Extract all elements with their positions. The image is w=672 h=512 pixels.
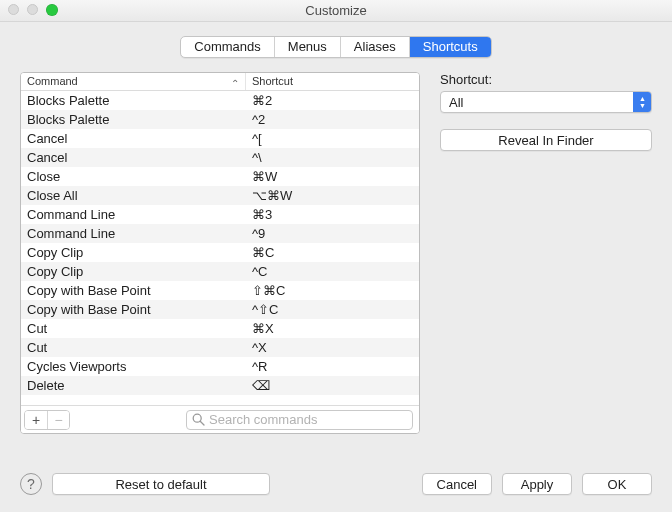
shortcut-cell: ⌘C [246,243,419,262]
shortcut-cell: ^2 [246,110,419,129]
table-row[interactable]: Command Line⌘3 [21,205,419,224]
shortcut-cell: ^[ [246,129,419,148]
shortcut-cell: ^⇧C [246,300,419,319]
table-row[interactable]: Cycles Viewports^R [21,357,419,376]
command-cell: Copy with Base Point [21,281,246,300]
table-row[interactable]: Copy Clip^C [21,262,419,281]
reset-to-default-button[interactable]: Reset to default [52,473,270,495]
table-body[interactable]: Blocks Palette⌘2Blocks Palette^2Cancel^[… [21,91,419,405]
shortcut-cell: ⇧⌘C [246,281,419,300]
chevron-up-down-icon: ▲▼ [633,92,651,112]
tab-commands[interactable]: Commands [181,37,274,57]
table-footer: + − [21,405,419,433]
command-cell: Cycles Viewports [21,357,246,376]
table-row[interactable]: Blocks Palette⌘2 [21,91,419,110]
ok-button[interactable]: OK [582,473,652,495]
shortcut-cell: ^9 [246,224,419,243]
add-button[interactable]: + [25,411,47,429]
table-header: Command ⌃ Shortcut [21,73,419,91]
tab-shortcuts[interactable]: Shortcuts [410,37,491,57]
remove-button[interactable]: − [47,411,69,429]
search-icon [192,413,205,429]
command-cell: Copy Clip [21,243,246,262]
sort-ascending-icon: ⌃ [231,75,239,92]
table-row[interactable]: Blocks Palette^2 [21,110,419,129]
command-cell: Cut [21,319,246,338]
tab-menus[interactable]: Menus [275,37,341,57]
table-row[interactable]: Delete⌫ [21,376,419,395]
command-cell: Copy with Base Point [21,300,246,319]
window-controls [8,4,58,16]
dropdown-value: All [449,95,633,110]
shortcut-cell: ⌘2 [246,91,419,110]
close-window-button[interactable] [8,4,19,15]
titlebar: Customize [0,0,672,22]
shortcut-cell: ⌘W [246,167,419,186]
column-command[interactable]: Command ⌃ [21,73,246,90]
reveal-in-finder-button[interactable]: Reveal In Finder [440,129,652,151]
shortcut-cell: ^R [246,357,419,376]
help-button[interactable]: ? [20,473,42,495]
segmented-control: Commands Menus Aliases Shortcuts [180,36,491,58]
command-cell: Blocks Palette [21,91,246,110]
table-row[interactable] [21,395,419,405]
shortcut-cell: ^\ [246,148,419,167]
command-cell: Close [21,167,246,186]
shortcut-cell: ^X [246,338,419,357]
command-cell: Command Line [21,205,246,224]
shortcut-cell: ⌘3 [246,205,419,224]
command-cell: Delete [21,376,246,395]
svg-line-1 [200,421,204,425]
window-title: Customize [305,3,366,18]
table-row[interactable]: Close All⌥⌘W [21,186,419,205]
dialog-footer: ? Reset to default Cancel Apply OK [0,456,672,512]
shortcuts-table: Command ⌃ Shortcut Blocks Palette⌘2Block… [20,72,420,434]
table-row[interactable]: Copy with Base Point^⇧C [21,300,419,319]
shortcut-cell: ⌫ [246,376,419,395]
side-panel: Shortcut: All ▲▼ Reveal In Finder [440,72,652,434]
command-cell: Cancel [21,148,246,167]
tab-aliases[interactable]: Aliases [341,37,410,57]
table-row[interactable]: Cut⌘X [21,319,419,338]
minimize-window-button[interactable] [27,4,38,15]
search-input[interactable] [186,410,413,430]
apply-button[interactable]: Apply [502,473,572,495]
shortcut-cell: ^C [246,262,419,281]
command-cell: Blocks Palette [21,110,246,129]
command-cell: Close All [21,186,246,205]
cancel-button[interactable]: Cancel [422,473,492,495]
shortcut-cell: ⌘X [246,319,419,338]
table-row[interactable]: Copy Clip⌘C [21,243,419,262]
table-row[interactable]: Copy with Base Point⇧⌘C [21,281,419,300]
zoom-window-button[interactable] [46,4,58,16]
shortcut-filter-dropdown[interactable]: All ▲▼ [440,91,652,113]
add-remove-group: + − [24,410,70,430]
table-row[interactable]: Cancel^[ [21,129,419,148]
command-cell: Copy Clip [21,262,246,281]
tab-bar: Commands Menus Aliases Shortcuts [20,36,652,58]
table-row[interactable]: Command Line^9 [21,224,419,243]
table-row[interactable]: Cancel^\ [21,148,419,167]
command-cell: Command Line [21,224,246,243]
shortcut-cell: ⌥⌘W [246,186,419,205]
column-shortcut[interactable]: Shortcut [246,73,419,90]
command-cell: Cancel [21,129,246,148]
table-row[interactable]: Cut^X [21,338,419,357]
command-cell: Cut [21,338,246,357]
table-row[interactable]: Close⌘W [21,167,419,186]
search-wrap [186,410,413,430]
shortcut-filter-label: Shortcut: [440,72,652,87]
